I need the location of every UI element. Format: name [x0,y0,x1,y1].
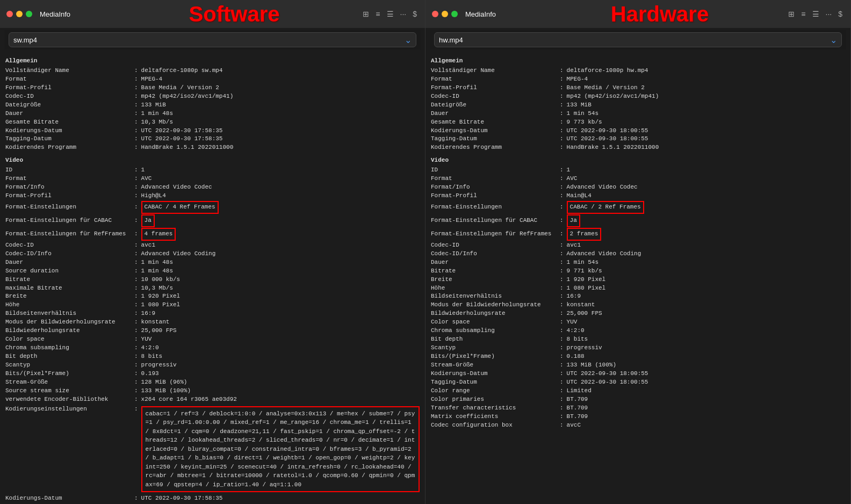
sw-hoehe: Höhe : 1 080 Pixel [5,301,420,309]
software-titlebar: MediaInfo ⊞ ≡ ☰ ··· $ [0,0,425,28]
dropdown-arrow-hardware: ⌄ [830,35,837,45]
sw-cabac-value: Ja [141,214,155,227]
software-content: Allgemein Vollständiger Name : deltaforc… [0,52,425,504]
sw-source-stream: Source stream size : 133 MiB (100%) [5,387,420,395]
hw-codec-config: Codec configuration box : avcC [431,421,845,430]
sw-bitrate: Bitrate : 10 000 kb/s [5,276,420,284]
hw-dauer-gen: Dauer : 1 min 54s [431,110,845,118]
maximize-button[interactable] [26,11,32,17]
hw-fps: Bildwiederholungsrate : 25,000 FPS [431,309,845,318]
hw-scantyp: Scantyp : progressiv [431,344,845,352]
sw-encoder-lib: verwendete Encoder-Bibliothek : x264 cor… [5,395,420,404]
file-selector-hardware[interactable]: hw.mp4 ⌄ [434,32,842,47]
list-icon[interactable]: ≡ [374,8,381,20]
hw-format-info: Format/Info : Advanced Video Codec [431,183,845,192]
hw-matrix-coeff: Matrix coefficients : BT.709 [431,413,845,421]
sw-kod-datum-bot: Kodierungs-Datum : UTC 2022-09-30 17:58:… [5,494,420,503]
hw-vollstaendiger-name: Vollständiger Name : deltaforce-1080p hw… [431,67,845,75]
hw-format-einstellungen-value: CABAC / 2 Ref Frames [567,201,644,214]
sw-dauer-gen: Dauer : 1 min 48s [5,110,420,118]
sw-codec-id-vid: Codec-ID : avc1 [5,241,420,250]
hw-format-profil-vid: Format-Profil : Main@L4 [431,192,845,200]
sw-vollstaendiger-name: Vollständiger Name : deltaforce-1080p sw… [5,67,420,75]
hw-format-gen: Format : MPEG-4 [431,75,845,84]
hw-chroma: Chroma subsampling : 4:2:0 [431,327,845,335]
traffic-lights-hardware[interactable] [432,11,458,17]
maximize-button-hw[interactable] [451,11,458,17]
hw-codec-id-info: Codec-ID/Info : Advanced Video Coding [431,250,845,258]
sw-video-format: Format : AVC [5,175,420,183]
grid-icon[interactable]: ⊞ [361,8,371,20]
hw-stream-groesse: Stream-Größe : 133 MiB (100%) [431,361,845,370]
sw-dauer-vid: Dauer : 1 min 48s [5,258,420,267]
file-name-software: sw.mp4 [13,36,37,44]
sw-scantyp: Scantyp : progressiv [5,361,420,370]
hw-color-space: Color space : YUV [431,318,845,327]
software-panel: MediaInfo ⊞ ≡ ☰ ··· $ sw.mp4 ⌄ Allgemein… [0,0,425,504]
hw-refframes-value: 2 frames [567,228,602,241]
sw-refframes-value: 4 frames [141,228,176,241]
hw-bildseiten: Bildseitenverhältnis : 16:9 [431,292,845,301]
hw-tag-datum-bot: Tagging-Datum : UTC 2022-09-30 18:00:55 [431,378,845,387]
dollar-icon[interactable]: $ [411,8,419,20]
hw-format-refframes-row: Format-Einstellungen für RefFrames : 2 f… [431,228,845,241]
video-header-sw: Video [5,156,420,165]
hw-bild-modus: Modus der Bildwiederholungsrate : konsta… [431,301,845,309]
dollar-icon-hw[interactable]: $ [836,8,844,20]
toolbar-hardware: ⊞ ≡ ☰ ··· $ [787,8,844,20]
hw-bits-pixel: Bits/(Pixel*Frame) : 0.188 [431,352,845,361]
hw-format-einstellungen-row: Format-Einstellungen : CABAC / 2 Ref Fra… [431,201,845,214]
hw-transfer-char: Transfer characteristics : BT.709 [431,404,845,413]
detail-icon-hw[interactable]: ☰ [811,8,821,20]
sw-format-einstellungen-row: Format-Einstellungen : CABAC / 4 Ref Fra… [5,201,420,214]
hw-kodierendes-programm: Kodierendes Programm : HandBrake 1.5.1 2… [431,143,845,152]
sw-gesamte-bitrate: Gesamte Bitrate : 10,3 Mb/s [5,118,420,127]
hardware-panel: MediaInfo ⊞ ≡ ☰ ··· $ hw.mp4 ⌄ Allgemein… [425,0,851,504]
minimize-button[interactable] [16,11,23,17]
sw-encoding-value: cabac=1 / ref=3 / deblock=1:0:0 / analys… [141,406,420,493]
hw-kodierungs-datum-gen: Kodierungs-Datum : UTC 2022-09-30 18:00:… [431,127,845,135]
hw-color-primaries: Color primaries : BT.709 [431,395,845,404]
sw-bit-depth: Bit depth : 8 bits [5,352,420,361]
sw-format-cabac-row: Format-Einstellungen für CABAC : Ja [5,214,420,227]
sw-codec-id-gen: Codec-ID : mp42 (mp42/iso2/avc1/mp41) [5,92,420,101]
hardware-titlebar: MediaInfo ⊞ ≡ ☰ ··· $ [425,0,850,28]
sw-chroma: Chroma subsampling : 4:2:0 [5,344,420,352]
general-header-hw: Allgemein [431,57,845,66]
sw-video-id: ID : 1 [5,166,420,175]
minimize-button-hw[interactable] [442,11,448,17]
sw-format-refframes-row: Format-Einstellungen für RefFrames : 4 f… [5,228,420,241]
file-name-hardware: hw.mp4 [439,36,463,44]
sw-format-einstellungen-value: CABAC / 4 Ref Frames [141,201,219,214]
close-button[interactable] [6,11,13,17]
hw-codec-id-vid: Codec-ID : avc1 [431,241,845,250]
more-icon-hw[interactable]: ··· [824,8,834,20]
hw-breite: Breite : 1 920 Pixel [431,276,845,284]
close-button-hw[interactable] [432,11,438,17]
hw-bitrate: Bitrate : 9 771 kb/s [431,267,845,276]
detail-icon[interactable]: ☰ [385,8,395,20]
sw-bildseiten: Bildseitenverhältnis : 16:9 [5,309,420,318]
more-icon[interactable]: ··· [399,8,408,20]
sw-fps: Bildwiederholungsrate : 25,000 FPS [5,327,420,335]
sw-bits-pixel: Bits/(Pixel*Frame) : 0.193 [5,370,420,378]
app-name-hardware: MediaInfo [465,10,496,18]
file-bar-hardware: hw.mp4 ⌄ [430,30,846,49]
hw-kod-datum-bot: Kodierungs-Datum : UTC 2022-09-30 18:00:… [431,370,845,378]
hardware-content: Allgemein Vollständiger Name : deltaforc… [425,52,850,504]
grid-icon-hw[interactable]: ⊞ [787,8,796,20]
hw-tagging-datum-gen: Tagging-Datum : UTC 2022-09-30 18:00:55 [431,135,845,143]
hw-video-format: Format : AVC [431,175,845,183]
general-header-sw: Allgemein [5,57,420,66]
sw-breite: Breite : 1 920 Pixel [5,292,420,301]
sw-dateigroesse: Dateigröße : 133 MiB [5,101,420,110]
sw-codec-id-info: Codec-ID/Info : Advanced Video Coding [5,250,420,258]
sw-bild-modus: Modus der Bildwiederholungsrate : konsta… [5,318,420,327]
dropdown-arrow-software: ⌄ [405,35,412,45]
list-icon-hw[interactable]: ≡ [799,8,807,20]
hw-cabac-value: Ja [567,214,580,227]
app-name-software: MediaInfo [40,10,70,18]
file-selector-software[interactable]: sw.mp4 ⌄ [9,32,416,47]
hw-dateigroesse: Dateigröße : 133 MiB [431,101,845,110]
traffic-lights-software[interactable] [6,11,32,17]
